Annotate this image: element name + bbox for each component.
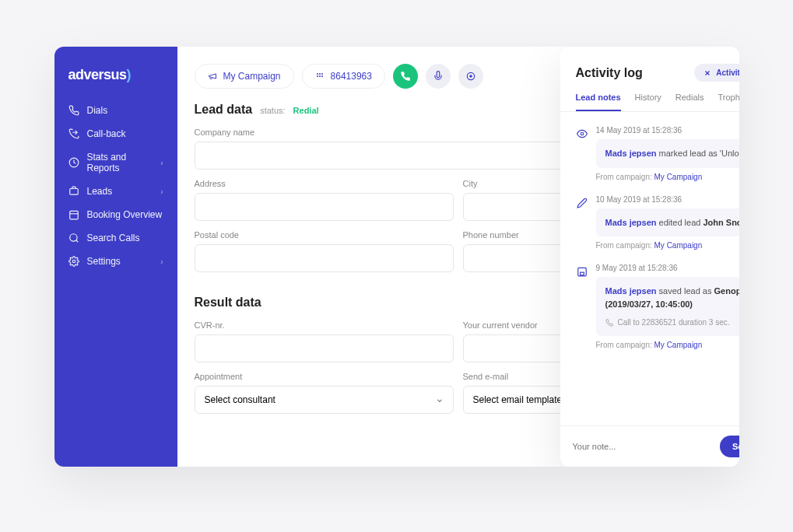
number-pill[interactable]: 86413963 <box>302 64 385 89</box>
tab-lead-notes[interactable]: Lead notes <box>576 93 621 111</box>
sidebar-item-booking[interactable]: Booking Overview <box>54 203 177 226</box>
sidebar-item-label: Call-back <box>87 128 126 139</box>
log-time: 14 May 2019 at 15:28:36 <box>596 126 739 135</box>
svg-point-8 <box>319 73 321 75</box>
note-composer: Send › <box>560 425 739 467</box>
callback-icon <box>68 128 79 139</box>
address-input[interactable] <box>195 193 454 221</box>
postal-label: Postal code <box>195 230 454 240</box>
sidebar-item-label: Dials <box>87 105 108 116</box>
log-campaign: From campaign: My Campaign <box>596 173 739 181</box>
tab-redials[interactable]: Redials <box>675 93 704 111</box>
log-action: edited lead <box>657 218 704 227</box>
campaign-pill[interactable]: My Campaign <box>195 64 294 89</box>
leads-icon <box>68 186 79 197</box>
sidebar-item-label: Settings <box>87 256 121 267</box>
campaign-name: My Campaign <box>223 71 281 82</box>
log-action: saved lead as <box>657 286 714 296</box>
activity-title: Activity log <box>576 66 643 80</box>
appointment-label: Appointment <box>195 372 454 381</box>
tab-trophies[interactable]: Trophies <box>718 93 739 111</box>
edit-icon <box>576 197 588 209</box>
svg-point-4 <box>69 234 76 241</box>
activity-tabs: Lead notes History Redials Trophies <box>560 82 739 112</box>
logo: adversus) <box>54 67 177 99</box>
log-entry: 10 May 2019 at 15:28:36 Mads jepsen edit… <box>576 195 739 250</box>
sidebar-item-settings[interactable]: Settings › <box>54 250 177 273</box>
target-icon <box>465 71 476 82</box>
sidebar-item-callback[interactable]: Call-back <box>54 122 177 145</box>
log-time: 10 May 2019 at 15:28:36 <box>596 195 739 204</box>
log-card: Mads jepsen edited lead John Snow <box>596 208 739 237</box>
log-action: marked lead as <box>657 149 720 158</box>
sidebar-item-leads[interactable]: Leads › <box>54 180 177 203</box>
megaphone-icon <box>208 72 217 81</box>
log-call: Call to 22836521 duration 3 sec. <box>605 317 739 328</box>
log-target: John Snow <box>703 218 739 227</box>
target-button[interactable] <box>458 64 483 89</box>
svg-rect-1 <box>69 189 78 195</box>
phone-icon <box>605 319 613 327</box>
sidebar-item-label: Stats and Reports <box>87 152 161 173</box>
call-button[interactable] <box>393 64 418 89</box>
sidebar-item-label: Booking Overview <box>87 209 163 220</box>
mic-icon <box>433 71 444 82</box>
note-input[interactable] <box>573 442 712 451</box>
svg-point-11 <box>319 75 321 77</box>
svg-point-6 <box>72 260 75 263</box>
activity-log-list: 14 May 2019 at 15:28:36 Mads jepsen mark… <box>560 112 739 425</box>
save-icon <box>576 265 588 278</box>
tab-history[interactable]: History <box>635 93 661 111</box>
cvr-label: CVR-nr. <box>195 320 454 330</box>
svg-point-10 <box>317 75 318 77</box>
svg-point-14 <box>470 75 472 77</box>
svg-point-12 <box>321 75 323 77</box>
activity-btn-label: Activity Log <box>716 68 739 77</box>
chevron-right-icon: › <box>160 187 163 196</box>
svg-line-5 <box>75 240 78 243</box>
log-entry: 14 May 2019 at 15:28:36 Mads jepsen mark… <box>576 126 739 181</box>
log-time: 9 May 2019 at 15:28:36 <box>596 264 739 272</box>
chevron-right-icon: › <box>160 159 163 167</box>
sidebar-item-label: Leads <box>87 186 113 197</box>
sidebar: adversus) Dials Call-back Stats and Repo… <box>54 47 177 467</box>
log-entry: 9 May 2019 at 15:28:36 Mads jepsen saved… <box>576 264 739 349</box>
log-user: Mads jepsen <box>605 218 657 227</box>
log-card: Mads jepsen marked lead as 'Unlocked' <box>596 139 739 168</box>
sidebar-item-stats[interactable]: Stats and Reports › <box>54 145 177 180</box>
app-window: adversus) Dials Call-back Stats and Repo… <box>54 47 739 467</box>
chevron-right-icon: › <box>160 257 163 266</box>
sidebar-item-dials[interactable]: Dials <box>54 99 177 122</box>
gear-icon <box>68 256 79 267</box>
log-campaign: From campaign: My Campaign <box>596 341 739 349</box>
postal-input[interactable] <box>195 244 454 272</box>
sidebar-item-search[interactable]: Search Calls <box>54 226 177 250</box>
log-user: Mads jepsen <box>605 286 657 296</box>
stats-icon <box>68 157 79 168</box>
appointment-select[interactable]: Select consultant <box>195 386 454 414</box>
svg-point-17 <box>581 132 584 135</box>
activity-header: Activity log Activity Log <box>560 47 739 82</box>
nav: Dials Call-back Stats and Reports › Lead… <box>54 99 177 273</box>
send-button[interactable]: Send › <box>720 436 739 457</box>
calendar-icon <box>68 209 79 220</box>
phone-icon <box>400 71 411 82</box>
phone-number: 86413963 <box>331 71 372 82</box>
eye-icon <box>576 128 588 140</box>
sidebar-item-label: Search Calls <box>87 233 140 243</box>
send-label: Send <box>732 442 739 451</box>
log-user: Mads jepsen <box>605 149 657 158</box>
svg-rect-19 <box>580 272 584 275</box>
cvr-input[interactable] <box>195 334 454 362</box>
log-call-text: Call to 22836521 duration 3 sec. <box>618 317 730 328</box>
address-label: Address <box>195 179 454 188</box>
status-label: status: <box>260 106 285 115</box>
lead-title: Lead data <box>195 103 253 117</box>
activity-log-button[interactable]: Activity Log <box>694 64 739 82</box>
close-icon <box>704 69 711 77</box>
svg-rect-2 <box>69 211 78 219</box>
activity-panel: Activity log Activity Log Lead notes His… <box>560 47 739 467</box>
log-target: 'Unlocked' <box>720 149 739 158</box>
logo-text: adversus <box>68 67 127 82</box>
mic-button[interactable] <box>426 64 451 89</box>
